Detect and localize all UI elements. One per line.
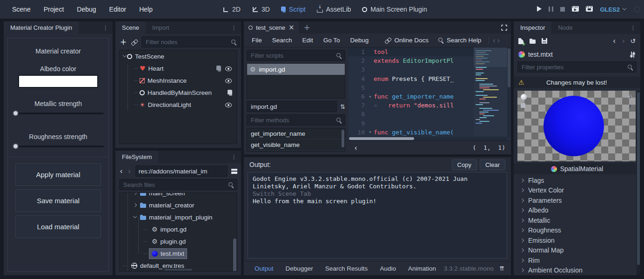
play-scene-button[interactable] (572, 6, 579, 13)
search-help-button[interactable]: Search Help (433, 37, 486, 44)
pause-button[interactable] (549, 6, 553, 13)
workspace-3d[interactable]: 3D (252, 6, 270, 13)
fs-item-test-mtxt[interactable]: test.mtxt (120, 247, 237, 259)
script-history-forward-button[interactable]: › (496, 37, 501, 44)
menu-project[interactable]: Project (38, 4, 70, 15)
fs-item-import-gd[interactable]: ⚙import.gd (120, 223, 237, 235)
new-resource-icon[interactable] (518, 38, 523, 44)
add-node-button[interactable]: + (119, 37, 127, 46)
slider-grabber[interactable] (13, 110, 19, 116)
tab-import[interactable]: Import (146, 21, 176, 34)
chevron-right-icon[interactable] (133, 203, 137, 207)
save-material-button[interactable]: Save material (15, 189, 101, 212)
property-group-albedo[interactable]: Albedo (514, 206, 640, 216)
script-menu-edit[interactable]: Edit (297, 37, 318, 44)
eye-icon[interactable] (225, 78, 232, 84)
preview-light-2-toggle[interactable]: ☀2 (627, 103, 633, 109)
tab-inspector[interactable]: Inspector (514, 21, 551, 34)
property-group-ambient-occlusion[interactable]: Ambient Occlusion (514, 266, 640, 276)
menu-scene[interactable]: Scene (7, 4, 36, 15)
chevron-right-icon[interactable] (133, 193, 137, 195)
scene-node-handledbymainscreen[interactable]: HandledByMainScreen (120, 86, 237, 99)
bottom-tab-search-results[interactable]: Search Results (319, 265, 374, 272)
script-menu-go-to[interactable]: Go To (318, 37, 345, 44)
filter-nodes-input[interactable] (141, 36, 240, 47)
script-menu-debug[interactable]: Debug (345, 37, 374, 44)
method-get-recognized-extensions[interactable]: get_recognized_extensions (247, 151, 345, 152)
expand-bottom-panel-icon[interactable]: ⇈ (494, 265, 506, 272)
workspace-assetlib[interactable]: AssetLib (317, 6, 351, 13)
search-files-input[interactable] (119, 179, 237, 190)
menu-editor[interactable]: Editor (104, 4, 132, 15)
fs-item-body[interactable]: test.mtxt (149, 248, 187, 259)
scrollbar-thumb[interactable] (637, 92, 640, 265)
script-menu-file[interactable]: File (247, 37, 267, 44)
v-scrollbar[interactable] (507, 47, 511, 137)
copy-button[interactable]: Copy (452, 159, 477, 170)
property-group-normal-map[interactable]: Normal Map (514, 246, 640, 256)
property-group-roughness[interactable]: Roughness (514, 226, 640, 236)
chevron-down-icon[interactable] (122, 54, 127, 59)
albedo-color-picker[interactable] (19, 76, 97, 87)
sort-methods-icon[interactable]: ⇅ (340, 103, 345, 110)
tab-node[interactable]: Node (551, 21, 579, 34)
fold-arrow-icon[interactable]: ▾ (367, 94, 374, 99)
fs-item-main-screen[interactable]: main_screen (120, 193, 237, 199)
tab-test-scene[interactable]: test_scene × (244, 21, 299, 33)
instance-scene-button[interactable] (131, 39, 138, 45)
bottom-tab-debugger[interactable]: Debugger (280, 265, 319, 272)
script-icon[interactable] (228, 90, 232, 96)
scrollbar-thumb[interactable] (349, 137, 414, 140)
preview-light-1-toggle[interactable]: ☀1 (627, 94, 633, 100)
edit-back-button[interactable]: ‹ (612, 37, 617, 45)
property-group-emission[interactable]: Emission (514, 235, 640, 246)
tab-scene[interactable]: Scene (115, 21, 146, 34)
code-minimap[interactable] (474, 47, 507, 137)
scene-node-directionallight[interactable]: ☀DirectionalLight (120, 99, 237, 111)
tab-material-creator-plugin[interactable]: Material Creator Plugin (4, 21, 79, 34)
filter-methods-input[interactable] (247, 114, 345, 126)
fs-item-body[interactable]: ⚙import.gd (149, 224, 189, 235)
menu-debug[interactable]: Debug (71, 4, 101, 15)
script-item-import-gd[interactable]: ⚙import.gd (247, 64, 345, 75)
object-tools-icon[interactable] (630, 52, 636, 58)
fs-item-body[interactable]: material_import_plugin (137, 212, 215, 223)
preview-sphere-toggle[interactable] (521, 94, 527, 100)
script-menu-search[interactable]: Search (267, 37, 297, 44)
save-resource-icon[interactable] (542, 38, 547, 44)
metallic-strength-slider[interactable] (13, 110, 104, 116)
history-icon[interactable]: ↺ (630, 37, 636, 45)
current-path-field[interactable] (135, 166, 228, 177)
fs-item-body[interactable]: main_screen (137, 193, 188, 199)
h-scrollbar-thumb[interactable] (164, 269, 192, 271)
property-group-rim[interactable]: Rim (514, 255, 640, 266)
scrollbar-thumb[interactable] (233, 239, 236, 272)
tab-filesystem[interactable]: FileSystem (115, 151, 158, 163)
online-docs-button[interactable]: Online Docs (380, 37, 433, 44)
property-group-metallic[interactable]: Metallic (514, 215, 640, 226)
fold-arrow-icon[interactable]: ▾ (367, 130, 374, 134)
bottom-tab-animation[interactable]: Animation (402, 265, 442, 272)
history-back-button[interactable]: ‹ (119, 167, 123, 175)
play-custom-scene-button[interactable] (586, 6, 593, 13)
bottom-tab-output[interactable]: Output (248, 265, 280, 272)
play-button[interactable] (537, 6, 542, 13)
renderer-dropdown[interactable]: GLES2 (600, 6, 627, 13)
fs-item-body[interactable]: ⚙plugin.gd (149, 236, 188, 247)
toggle-distraction-free-button[interactable] (501, 21, 511, 33)
load-material-button[interactable]: Load material (15, 215, 101, 238)
apply-material-button[interactable]: Apply material (15, 163, 101, 186)
panel-menu-icon[interactable]: ⋮ (99, 24, 113, 31)
code-editor[interactable]: 1tool2extends EditorImportPl34enum Prese… (348, 47, 511, 140)
scrollbar-thumb[interactable] (342, 130, 344, 147)
update-spinner-icon[interactable] (634, 6, 640, 13)
property-group-vertex-color[interactable]: Vertex Color (514, 186, 640, 196)
scene-node-meshinstance[interactable]: MeshInstance (120, 74, 237, 86)
scrollbar-thumb[interactable] (508, 48, 510, 87)
eye-icon[interactable] (225, 66, 232, 72)
property-group-flags[interactable]: Flags (514, 175, 640, 186)
scene-node-heart[interactable]: ♥Heart (120, 62, 237, 74)
history-forward-button[interactable]: › (127, 167, 131, 175)
script-history-back-button[interactable]: ‹ (492, 37, 496, 44)
preview-cube-toggle[interactable] (521, 103, 525, 108)
